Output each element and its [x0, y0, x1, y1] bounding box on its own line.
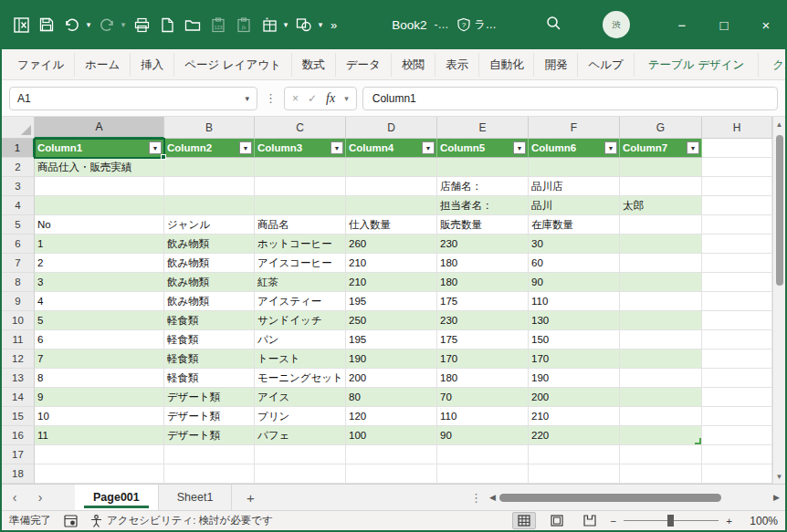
cell-E13[interactable]: 180 [437, 369, 529, 388]
ribbon-tab[interactable]: クエリ [759, 53, 787, 77]
filter-button-A1[interactable]: ▼ [149, 141, 162, 154]
cell-D4[interactable] [346, 196, 437, 215]
cell-H15[interactable] [702, 407, 772, 426]
cell-D13[interactable]: 200 [346, 369, 437, 388]
row-header-3[interactable]: 3 [2, 177, 35, 196]
row-header-11[interactable]: 11 [2, 330, 35, 349]
cell-E7[interactable]: 180 [437, 254, 529, 273]
cell-G7[interactable] [620, 254, 702, 273]
scroll-up-icon[interactable]: ▲ [776, 117, 783, 131]
cell-C16[interactable]: パフェ [255, 426, 346, 445]
cell-H11[interactable] [702, 330, 772, 349]
cell-D17[interactable] [346, 445, 437, 464]
zoom-slider-thumb[interactable] [667, 515, 674, 527]
cell-B12[interactable]: 軽食類 [164, 349, 255, 369]
cell-D11[interactable]: 195 [346, 330, 437, 349]
row-header-7[interactable]: 7 [2, 254, 35, 273]
zoom-in-button[interactable]: + [726, 516, 732, 527]
insert-function-icon[interactable]: fx [326, 91, 335, 106]
cell-F6[interactable]: 30 [529, 235, 620, 254]
formula-bar-handle-icon[interactable]: ⋮ [263, 91, 278, 105]
insert-table-icon[interactable]: * [257, 11, 281, 38]
cell-F18[interactable] [529, 464, 620, 484]
column-header-E[interactable]: E [437, 117, 529, 139]
cell-A6[interactable]: 1 [35, 235, 164, 254]
cell-D14[interactable]: 80 [346, 388, 437, 407]
cell-H9[interactable] [702, 292, 772, 311]
accessibility-status[interactable]: アクセシビリティ: 検討が必要です [90, 514, 273, 527]
cell-B6[interactable]: 飲み物類 [164, 235, 255, 254]
filter-button-C1[interactable]: ▼ [331, 141, 343, 154]
cell-A2[interactable]: 商品仕入・販売実績 [35, 158, 164, 177]
row-header-4[interactable]: 4 [2, 196, 35, 215]
row-header-17[interactable]: 17 [2, 445, 35, 464]
vertical-scroll-thumb[interactable] [776, 135, 783, 286]
cell-F10[interactable]: 130 [529, 311, 620, 330]
cell-G15[interactable] [620, 407, 702, 426]
filter-button-F1[interactable]: ▼ [604, 141, 617, 154]
cell-E6[interactable]: 230 [437, 235, 529, 254]
cell-A4[interactable] [35, 196, 164, 215]
print-preview-icon[interactable] [130, 11, 153, 38]
cell-E8[interactable]: 180 [437, 273, 529, 292]
row-header-5[interactable]: 5 [2, 215, 35, 235]
filter-button-G1[interactable]: ▼ [687, 141, 699, 154]
formula-input[interactable]: Column1 [362, 87, 778, 110]
filter-button-E1[interactable]: ▼ [513, 141, 526, 154]
fx-chevron-icon[interactable]: ▾ [344, 94, 349, 103]
column-header-C[interactable]: C [255, 117, 346, 139]
row-header-10[interactable]: 10 [2, 311, 35, 330]
ribbon-tab[interactable]: テーブル デザイン [635, 53, 760, 77]
cancel-icon[interactable]: × [292, 92, 299, 105]
cell-F8[interactable]: 90 [529, 273, 620, 292]
cell-D9[interactable]: 195 [346, 292, 437, 311]
insert-table-chevron-icon[interactable]: ▾ [281, 20, 290, 29]
cell-D7[interactable]: 210 [346, 254, 437, 273]
normal-view-button[interactable] [512, 512, 536, 529]
cell-H7[interactable] [702, 254, 772, 273]
cell-C1[interactable]: Column3▼ [255, 139, 346, 158]
horizontal-scrollbar[interactable]: ◀ ▶ [484, 485, 785, 510]
cell-D18[interactable] [346, 464, 437, 484]
cell-H10[interactable] [702, 311, 772, 330]
cell-F16[interactable]: 220 [529, 426, 620, 445]
cell-D15[interactable]: 120 [346, 407, 437, 426]
cell-B7[interactable]: 飲み物類 [164, 254, 255, 273]
cell-C18[interactable] [255, 464, 346, 484]
cell-E4[interactable]: 担当者名： [437, 196, 529, 215]
cell-A17[interactable] [35, 445, 164, 464]
save-icon[interactable] [35, 11, 58, 38]
ribbon-tab[interactable]: 開発 [534, 53, 578, 77]
cell-H13[interactable] [702, 369, 772, 388]
cell-B4[interactable] [164, 196, 255, 215]
open-folder-icon[interactable] [181, 11, 205, 38]
cell-D12[interactable]: 190 [346, 349, 437, 369]
cell-G8[interactable] [620, 273, 702, 292]
cell-A9[interactable]: 4 [35, 292, 164, 311]
cell-B5[interactable]: ジャンル [164, 215, 255, 235]
select-all-corner[interactable] [2, 117, 35, 139]
page-break-view-button[interactable] [578, 512, 602, 529]
cell-B16[interactable]: デザート類 [164, 426, 255, 445]
cell-G6[interactable] [620, 235, 702, 254]
cell-C6[interactable]: ホットコーヒー [255, 235, 346, 254]
cell-B8[interactable]: 飲み物類 [164, 273, 255, 292]
scroll-down-icon[interactable]: ▼ [776, 469, 783, 484]
cell-G4[interactable]: 太郎 [620, 196, 702, 215]
shapes-icon[interactable] [292, 11, 316, 38]
cell-G18[interactable] [620, 464, 702, 484]
cell-B15[interactable]: デザート類 [164, 407, 255, 426]
ribbon-tab[interactable]: 数式 [292, 53, 336, 77]
cell-B17[interactable] [164, 445, 255, 464]
cell-C15[interactable]: プリン [255, 407, 346, 426]
column-header-G[interactable]: G [620, 117, 702, 139]
ribbon-tab[interactable]: ファイル [7, 53, 75, 77]
cell-F17[interactable] [529, 445, 620, 464]
cell-B1[interactable]: Column2▼ [164, 139, 255, 158]
column-header-F[interactable]: F [529, 117, 620, 139]
excel-logo-icon[interactable] [9, 11, 33, 38]
cell-H18[interactable] [702, 464, 772, 484]
cell-F13[interactable]: 190 [529, 369, 620, 388]
new-file-icon[interactable] [155, 11, 179, 38]
cell-A10[interactable]: 5 [35, 311, 164, 330]
